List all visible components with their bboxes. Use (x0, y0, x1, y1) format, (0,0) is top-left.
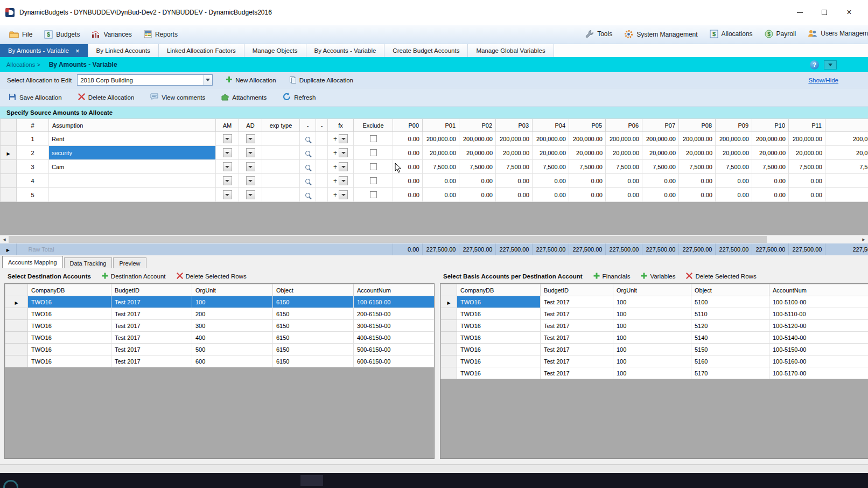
row-selector[interactable] (1, 160, 17, 174)
delete-basis-rows-button[interactable]: Delete Selected Rows (686, 273, 756, 280)
period-amount-cell[interactable]: 0.00 (642, 174, 679, 188)
period-amount-cell[interactable]: 0.00 (679, 188, 716, 202)
tab-create-budget-accounts[interactable]: Create Budget Accounts (384, 44, 468, 57)
scroll-right-arrow[interactable]: ▶ (859, 235, 868, 243)
period-amount-cell[interactable]: 200,000.00 (716, 132, 752, 146)
fx-cell[interactable]: + (328, 160, 354, 174)
data-cell[interactable]: 100-5110-00 (769, 308, 868, 320)
period-amount-cell[interactable]: 0.00 (789, 174, 825, 188)
period-amount-cell[interactable]: 200,000.00 (789, 132, 825, 146)
data-cell[interactable]: 100 (613, 320, 691, 332)
lookup-cell[interactable] (300, 132, 316, 146)
row-selector[interactable] (441, 308, 457, 320)
data-cell[interactable]: 100 (613, 355, 691, 367)
data-cell[interactable]: TWO16 (28, 332, 111, 344)
period-amount-cell[interactable]: 7,500.00 (789, 160, 825, 174)
am-cell[interactable] (216, 188, 239, 202)
data-cell[interactable]: Test 2017 (111, 355, 192, 367)
period-amount-cell[interactable]: 0.00 (533, 188, 569, 202)
fx-dropdown[interactable] (339, 162, 348, 171)
period-amount-cell[interactable]: 7,500.00 (752, 160, 789, 174)
view-comments-button[interactable]: View comments (150, 93, 205, 101)
tab-close-icon[interactable]: × (75, 47, 80, 54)
period-amount-cell[interactable]: 0.00 (789, 188, 825, 202)
show-hide-link[interactable]: Show/Hide (808, 77, 838, 83)
data-cell[interactable]: 100-5170-00 (769, 367, 868, 379)
menu-allocations[interactable]: $ Allocations (704, 30, 759, 38)
period-amount-cell[interactable]: 7,500.00 (606, 160, 642, 174)
data-cell[interactable]: 5100 (691, 296, 769, 308)
data-cell[interactable]: TWO16 (457, 332, 541, 344)
attachments-button[interactable]: Attachments (221, 93, 267, 102)
period-amount-cell[interactable]: 0.00 (752, 188, 789, 202)
column-header-p10[interactable]: P10 (752, 119, 789, 132)
exp-type-cell[interactable] (262, 174, 300, 188)
exclude-cell[interactable] (354, 160, 393, 174)
data-cell[interactable]: 6150 (273, 320, 354, 332)
period-amount-cell[interactable]: 0.00 (459, 174, 496, 188)
new-allocation-button[interactable]: New Allocation (226, 76, 276, 84)
exclude-cell[interactable] (354, 188, 393, 202)
tab-manage-objects[interactable]: Manage Objects (244, 44, 306, 57)
column-header-p09[interactable]: P09 (716, 119, 752, 132)
ad-cell[interactable] (239, 132, 262, 146)
am-dropdown[interactable] (223, 190, 232, 199)
tab-by-amounts-variable[interactable]: By Amounts - Variable × (0, 44, 88, 57)
period-amount-cell[interactable]: 0.00 (393, 160, 423, 174)
exclude-checkbox[interactable] (370, 149, 377, 156)
column-header-companydb[interactable]: CompanyDB (457, 284, 541, 296)
fx-dropdown[interactable] (339, 148, 348, 157)
add-financials-button[interactable]: Financials (593, 273, 631, 280)
period-amount-cell[interactable]: 20,000.00 (569, 146, 606, 160)
period-amount-cell[interactable]: 0.00 (459, 188, 496, 202)
data-cell[interactable]: Test 2017 (111, 320, 192, 332)
data-cell[interactable]: 600 (192, 355, 273, 367)
data-cell[interactable]: 6150 (273, 296, 354, 308)
fx-dropdown[interactable] (339, 134, 348, 143)
data-cell[interactable]: TWO16 (457, 355, 541, 367)
column-header-p00[interactable]: P00 (393, 119, 423, 132)
column-header-p11[interactable]: P11 (789, 119, 825, 132)
tab-preview[interactable]: Preview (113, 257, 146, 268)
row-selector[interactable]: ▶ (5, 296, 28, 308)
column-header-p12[interactable]: P12 (825, 119, 868, 132)
data-cell[interactable]: Test 2017 (541, 332, 613, 344)
row-selector[interactable] (5, 332, 28, 344)
row-selector[interactable] (441, 355, 457, 367)
lookup-cell[interactable] (300, 146, 316, 160)
plus-operator[interactable]: + (333, 191, 337, 199)
row-selector[interactable] (5, 355, 28, 367)
period-amount-cell[interactable]: 200,000.00 (496, 132, 533, 146)
column-header-p01[interactable]: P01 (423, 119, 459, 132)
period-amount-cell[interactable]: 7,500.00 (642, 160, 679, 174)
delete-allocation-button[interactable]: Delete Allocation (78, 93, 135, 101)
period-amount-cell[interactable]: 0.00 (569, 188, 606, 202)
exclude-checkbox[interactable] (370, 191, 377, 198)
column-header-accountnum[interactable]: AccountNum (769, 284, 868, 296)
menu-budgets[interactable]: $ Budgets (38, 25, 86, 44)
am-cell[interactable] (216, 174, 239, 188)
assumption-cell[interactable]: Rent (49, 132, 216, 146)
data-cell[interactable]: 100 (613, 308, 691, 320)
am-cell[interactable] (216, 146, 239, 160)
exp-type-cell[interactable] (262, 146, 300, 160)
data-cell[interactable]: 5160 (691, 355, 769, 367)
data-cell[interactable]: 200-6150-00 (354, 308, 435, 320)
horizontal-scrollbar[interactable]: ◀ ▶ (0, 235, 868, 243)
lookup-cell[interactable] (300, 160, 316, 174)
data-cell[interactable]: 400 (192, 332, 273, 344)
menu-payroll[interactable]: $ Payroll (759, 30, 802, 38)
period-amount-cell[interactable]: 20,000.00 (496, 146, 533, 160)
column-header-accountnum[interactable]: AccountNum (354, 284, 435, 296)
data-cell[interactable]: 100-6150-00 (354, 296, 435, 308)
assumption-cell[interactable]: Cam (49, 160, 216, 174)
exp-type-cell[interactable] (262, 132, 300, 146)
exclude-checkbox[interactable] (370, 177, 377, 184)
magnifier-icon[interactable] (305, 165, 310, 170)
period-amount-cell[interactable]: 7,500.00 (825, 160, 868, 174)
column-header-exclude[interactable]: Exclude (354, 119, 393, 132)
menu-users-management[interactable]: Users Management (802, 30, 868, 37)
data-cell[interactable]: 300-6150-00 (354, 320, 435, 332)
period-amount-cell[interactable]: 0.00 (533, 174, 569, 188)
period-amount-cell[interactable]: 0.00 (716, 174, 752, 188)
